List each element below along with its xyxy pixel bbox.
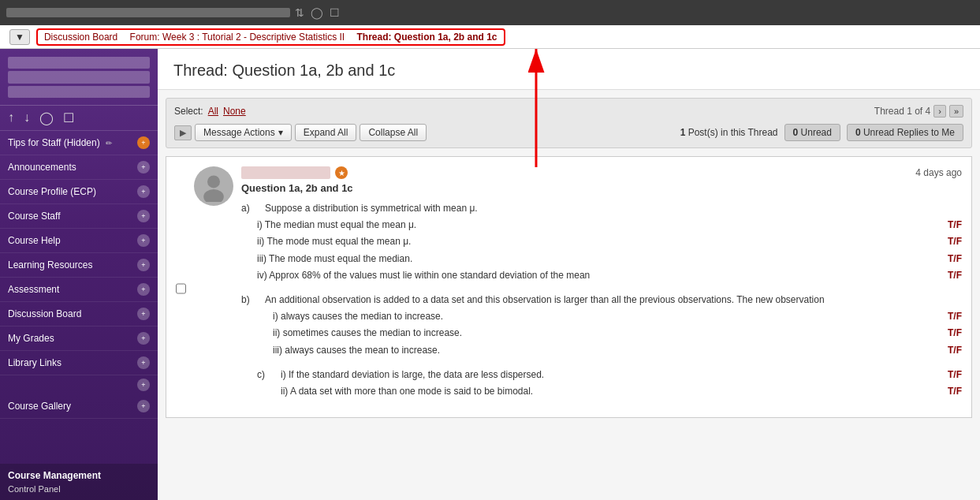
sidebar-item-learning-resources[interactable]: Learning Resources + [0,253,158,278]
sidebar-item-course-staff[interactable]: Course Staff + [0,204,158,229]
sidebar-item-library-links-label: Library Links [8,357,61,368]
post-date: 4 days ago [915,167,962,178]
course-management-label: Course Management [8,470,150,481]
sidebar-course-help-circle: + [137,234,150,247]
sidebar-extra-circle: + [137,379,150,391]
unread-replies-label: Unread Replies to Me [863,127,955,138]
post-count-number: 1 [680,127,686,138]
sidebar-course-title: Blurred course name here long Blurred su… [0,49,158,106]
post-checkbox[interactable] [176,170,186,408]
post-a-item-1-text: i) The median must equal the mean μ. [257,218,938,233]
post-b-intro: An additional observation is added to a … [265,293,938,308]
breadcrumb-forum[interactable]: Forum: Week 3 : Tutorial 2 - Descriptive… [130,32,345,43]
sidebar-item-course-gallery[interactable]: Course Gallery + [0,394,158,419]
thread-nav-text: Thread 1 of 4 [874,106,930,117]
select-none-link[interactable]: None [223,106,246,117]
sidebar-item-course-gallery-label: Course Gallery [8,401,71,412]
sidebar-item-my-grades[interactable]: My Grades + [0,326,158,351]
sidebar-library-links-circle: + [137,356,150,369]
post-a-item-2: ii) The mode must equal the mean μ. T/F [257,233,962,250]
post-a-item-1-tf: T/F [938,218,962,233]
controls-bottom-right: 1 Post(s) in this Thread 0 Unread 0 Unre… [680,124,963,141]
message-actions-dropdown-icon: ▾ [278,127,283,138]
sidebar-item-library-links[interactable]: Library Links + [0,351,158,375]
post-section-a: a) Suppose a distribution is symmetrical… [241,200,962,284]
sidebar-learning-resources-circle: + [137,259,150,271]
post-a-intro-row: a) Suppose a distribution is symmetrical… [241,200,962,217]
post-row: ████ ████████ ★ 4 days ago Question 1a, … [166,157,971,417]
top-bar: Blurred course name text here ⇅ ◯ ☐ [0,0,980,25]
breadcrumb-discussion-board[interactable]: Discussion Board [44,32,117,43]
breadcrumb-sep-1 [122,32,125,43]
sidebar-discussion-board-circle: + [137,308,150,320]
sidebar-course-staff-circle: + [137,210,150,222]
sidebar-course-line1: Blurred course name here long [8,57,150,69]
sidebar-item-tips[interactable]: Tips for Staff (Hidden) ✏ + [0,131,158,155]
post-c-item-2: ii) A data set with more than one mode i… [257,383,962,400]
post-count-label: Post(s) in this Thread [688,127,778,138]
sidebar-item-discussion-board[interactable]: Discussion Board + [0,302,158,326]
post-a-item-4: iv) Approx 68% of the values must lie wi… [257,267,962,284]
thread-title: Thread: Question 1a, 2b and 1c [173,62,964,80]
expand-all-btn[interactable]: Expand All [295,124,357,141]
post-c-item-1: c) i) If the standard deviation is large… [257,367,962,383]
post-a-item-2-text: ii) The mode must equal the mean μ. [257,234,938,249]
breadcrumb-items: Discussion Board Forum: Week 3 : Tutoria… [36,28,505,46]
sidebar-nav-icons: ↑ ↓ ◯ ☐ [0,106,158,131]
post-a-item-4-tf: T/F [938,268,962,283]
post-subject: Question 1a, 2b and 1c [241,182,962,194]
post-section-c: c) i) If the standard deviation is large… [241,367,962,400]
indent-arrow-btn[interactable]: ▶ [174,125,192,140]
sidebar-item-tips-label: Tips for Staff (Hidden) [8,137,100,148]
post-a-item-4-text: iv) Approx 68% of the values must lie wi… [257,268,938,283]
sidebar-item-announcements-label: Announcements [8,162,76,173]
post-author-area: ████ ████████ ★ [241,166,348,179]
unread-btn[interactable]: 0 Unread [784,124,840,141]
breadcrumb-dropdown[interactable]: ▼ [9,29,30,45]
refresh-icon[interactable]: ◯ [311,6,323,19]
select-all-link[interactable]: All [208,106,218,117]
thread-nav-last[interactable]: » [949,105,963,118]
post-c-item-2-tf: T/F [938,384,962,399]
controls-bottom-left: ▶ Message Actions ▾ Expand All Collapse … [174,124,427,141]
post-body: a) Suppose a distribution is symmetrical… [241,200,962,400]
post-author: ████ ████████ [241,166,330,179]
thread-nav: Thread 1 of 4 › » [874,105,963,118]
sidebar-announcements-circle: + [137,161,150,174]
sidebar-item-assessment-label: Assessment [8,284,59,295]
sidebar-down-icon[interactable]: ↓ [24,110,30,125]
controls-bottom: ▶ Message Actions ▾ Expand All Collapse … [174,124,963,141]
sort-icon[interactable]: ⇅ [295,6,304,19]
sidebar-page-icon[interactable]: ☐ [63,110,74,125]
sidebar-chat-icon[interactable]: ◯ [39,110,54,125]
sidebar-course-line3: Blurred date info [8,86,150,98]
unread-count: 0 [793,127,799,138]
post-section-b: b) An additional observation is added to… [241,292,962,359]
thread-nav-next[interactable]: › [933,105,946,118]
window-icon[interactable]: ☐ [330,6,340,19]
sidebar-item-course-help-label: Course Help [8,235,61,246]
sidebar-edit-icon: ✏ [106,139,112,147]
svg-point-2 [207,175,220,188]
post-c-items: c) i) If the standard deviation is large… [241,367,962,400]
post-b-item-2: ii) sometimes causes the median to incre… [273,325,962,341]
post-b-items: i) always causes the median to increase.… [241,308,962,359]
unread-label: Unread [801,127,832,138]
post-c-item-1-tf: T/F [938,368,962,382]
post-a-label: a) [241,201,265,216]
controls-top: Select: All None Thread 1 of 4 › » [174,105,963,118]
unread-replies-btn[interactable]: 0 Unread Replies to Me [847,124,963,141]
sidebar-up-icon[interactable]: ↑ [8,110,14,125]
post-a-intro: Suppose a distribution is symmetrical wi… [265,201,938,216]
sidebar: Blurred course name here long Blurred su… [0,49,158,500]
sidebar-item-assessment[interactable]: Assessment + [0,278,158,302]
sidebar-item-announcements[interactable]: Announcements + [0,155,158,180]
sidebar-item-course-profile[interactable]: Course Profile (ECP) + [0,180,158,204]
collapse-all-btn[interactable]: Collapse All [360,124,427,141]
post-c-item-2-text: ii) A data set with more than one mode i… [281,384,938,399]
top-bar-title: Blurred course name text here [6,8,290,17]
sidebar-item-course-help[interactable]: Course Help + [0,229,158,253]
select-row: Select: All None [174,106,246,117]
message-actions-btn[interactable]: Message Actions ▾ [195,124,292,141]
sidebar-tips-circle: + [137,136,150,149]
